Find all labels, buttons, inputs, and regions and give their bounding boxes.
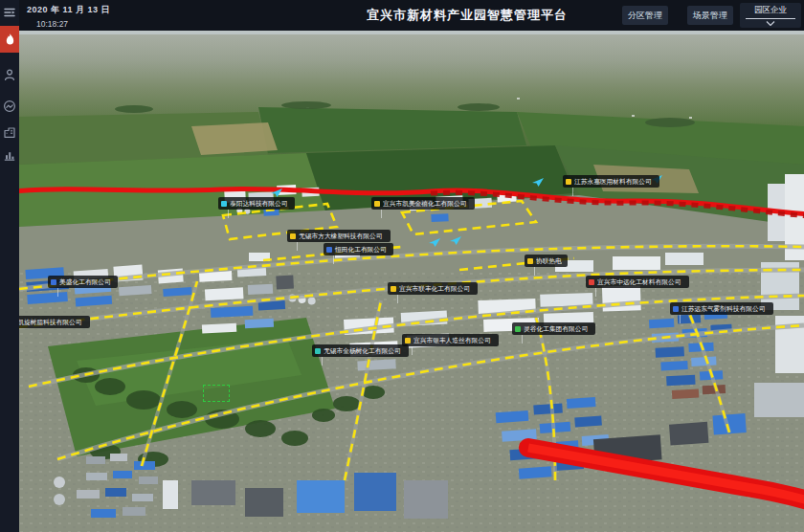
company-label[interactable]: 恒田化工有限公司: [324, 243, 393, 255]
sidebar-item-fire[interactable]: [0, 26, 19, 53]
company-label-text: 美盛化工有限公司: [59, 276, 111, 287]
company-marker-icon: [589, 279, 594, 285]
company-label[interactable]: 无锡市金杨树化工有限公司: [312, 344, 409, 357]
sidebar-item-menu[interactable]: [0, 0, 19, 25]
sidebar-item-personnel[interactable]: [0, 63, 19, 86]
menu-icon: [3, 6, 16, 19]
company-label[interactable]: 宜兴市凯美金禧化工有限公司: [371, 197, 475, 210]
sidebar-item-statistics[interactable]: [0, 144, 19, 166]
worker-icon: [3, 68, 16, 81]
company-label-text: 宜兴市中远化工材料有限公司: [597, 276, 681, 287]
company-label[interactable]: 美盛化工有限公司: [48, 276, 118, 288]
map-viewport[interactable]: 泰阳达科技有限公司宜兴市凯美金禧化工有限公司江苏永嘉医用材料有限公司无锡市方大橡…: [19, 31, 804, 532]
company-label-text: 恒田化工有限公司: [335, 243, 387, 255]
company-label-text: 无锡市方大橡塑科技有限公司: [299, 230, 382, 241]
company-label[interactable]: 江苏永嘉医用材料有限公司: [563, 175, 659, 188]
company-marker-icon: [566, 179, 571, 185]
datetime: 2020 年 11 月 13 日 10:18:27: [27, 4, 110, 29]
company-label-text: 宜兴市凯旋树脂科技有限公司: [19, 316, 81, 327]
scene-management-button[interactable]: 场景管理: [687, 6, 733, 25]
company-label[interactable]: 宜兴市银丰人造丝有限公司: [402, 334, 499, 346]
company-marker-icon: [326, 247, 332, 253]
company-label[interactable]: 江苏远东气雾剂科技有限公司: [670, 302, 773, 315]
company-marker-icon: [221, 201, 227, 207]
company-label-text: 江苏远东气雾剂科技有限公司: [681, 302, 765, 314]
company-marker-icon: [374, 201, 380, 207]
company-marker-icon: [527, 258, 533, 264]
company-marker-icon: [405, 338, 411, 344]
date-label: 2020 年 11 月 13 日: [27, 4, 110, 16]
chevron-down-icon: [766, 21, 775, 26]
sidebar-item-enterprise[interactable]: [0, 121, 19, 144]
company-marker-icon: [673, 306, 679, 312]
park-enterprise-dropdown[interactable]: 园区企业: [740, 3, 801, 28]
company-label-text: 灵谷化工集团有限公司: [524, 322, 588, 334]
company-marker-icon: [391, 286, 396, 292]
company-label-text: 宜兴市凯美金禧化工有限公司: [383, 197, 466, 209]
company-label[interactable]: 宜兴市中远化工材料有限公司: [586, 276, 689, 288]
park-enterprise-dropdown-label: 园区企业: [746, 5, 795, 19]
company-label-text: 宜兴市银丰人造丝有限公司: [413, 334, 491, 345]
company-label-text: 泰阳达科技有限公司: [230, 197, 287, 209]
page-title: 宜兴市新材料产业园智慧管理平台: [367, 7, 568, 24]
bar-chart-icon: [3, 148, 16, 162]
company-label[interactable]: 宜兴市联丰化工有限公司: [388, 282, 478, 295]
company-label[interactable]: 无锡市方大橡塑科技有限公司: [287, 230, 391, 242]
sidebar-item-monitor[interactable]: [0, 95, 19, 118]
partition-management-button[interactable]: 分区管理: [622, 6, 668, 25]
company-label-text: 江苏永嘉医用材料有限公司: [574, 175, 652, 187]
company-label[interactable]: 灵谷化工集团有限公司: [512, 322, 595, 335]
company-marker-icon: [515, 326, 521, 332]
gauge-icon: [3, 100, 16, 113]
sidebar: [0, 0, 19, 532]
company-marker-icon: [51, 279, 56, 285]
company-label[interactable]: 宜兴市凯旋树脂科技有限公司: [19, 316, 90, 328]
company-label[interactable]: 泰阳达科技有限公司: [218, 197, 295, 210]
top-bar: 2020 年 11 月 13 日 10:18:27 宜兴市新材料产业园智慧管理平…: [19, 0, 804, 31]
company-label-text: 协联热电: [536, 255, 562, 266]
company-label-text: 无锡市金杨树化工有限公司: [324, 344, 401, 356]
company-marker-icon: [290, 233, 296, 239]
flame-icon: [4, 33, 16, 46]
factory-icon: [3, 125, 16, 139]
company-marker-icon: [315, 348, 321, 354]
company-label[interactable]: 协联热电: [525, 255, 568, 267]
time-label: 10:18:27: [36, 19, 110, 29]
company-label-text: 宜兴市联丰化工有限公司: [399, 282, 470, 294]
